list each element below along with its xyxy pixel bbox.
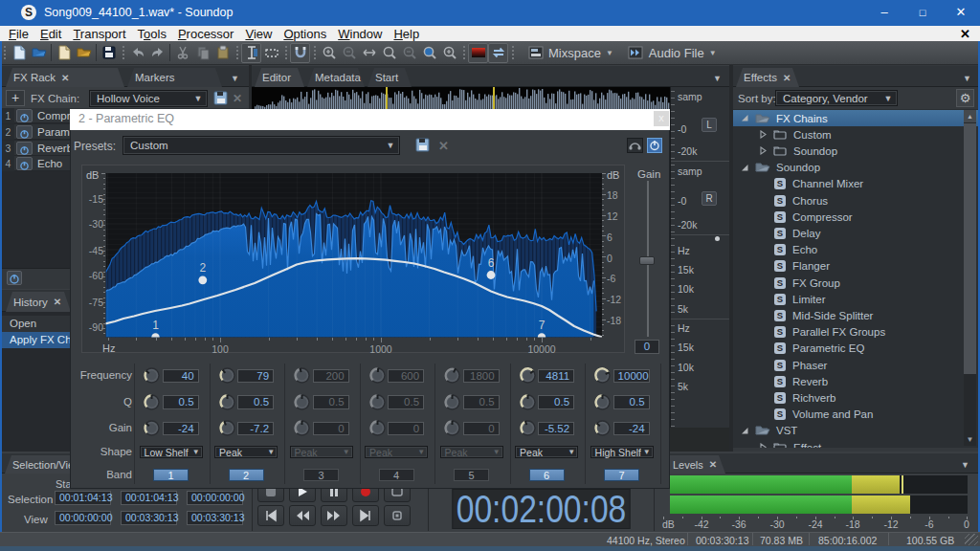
svg-text:6: 6 xyxy=(488,256,495,270)
svg-text:2: 2 xyxy=(199,261,206,275)
svg-text:7: 7 xyxy=(539,319,546,332)
svg-text:1: 1 xyxy=(152,319,159,332)
